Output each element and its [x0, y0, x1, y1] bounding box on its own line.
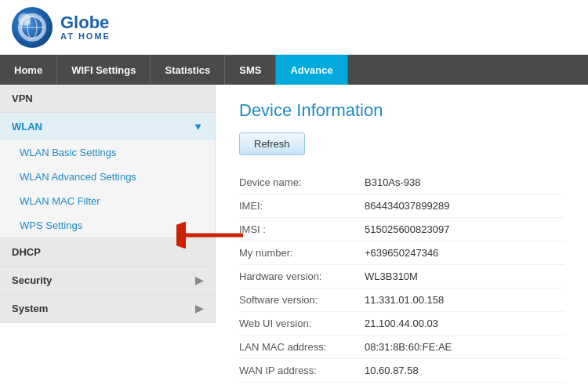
label-lan-mac: LAN MAC address: — [239, 341, 365, 353]
label-device-name: Device name: — [239, 176, 365, 188]
svg-point-0 — [21, 16, 43, 38]
label-webui-version: Web UI version: — [239, 318, 365, 329]
table-row: Device name: B310As-938 — [239, 171, 564, 194]
sidebar-label-security: Security — [12, 274, 52, 286]
table-row: IMSI : 515025600823097 — [239, 218, 564, 241]
value-webui-version: 21.100.44.00.03 — [365, 318, 438, 329]
refresh-button[interactable]: Refresh — [239, 132, 305, 155]
sidebar-label-dhcp: DHCP — [12, 246, 41, 258]
sidebar-header-security[interactable]: Security ▶ — [0, 267, 215, 294]
value-my-number: +639650247346 — [365, 247, 438, 259]
table-row: Web UI version: 21.100.44.00.03 — [239, 312, 564, 336]
table-row: My number: +639650247346 — [239, 241, 564, 265]
sidebar-label-system: System — [12, 303, 48, 314]
page-title: Device Information — [239, 100, 564, 121]
sidebar-item-wlan-basic[interactable]: WLAN Basic Settings — [0, 140, 215, 165]
label-my-number: My number: — [239, 247, 365, 259]
sidebar-header-wlan[interactable]: WLAN ▼ — [0, 113, 215, 140]
sidebar: VPN WLAN ▼ WLAN Basic Settings WLAN Adva… — [0, 85, 216, 323]
svg-point-3 — [24, 20, 31, 26]
logo-text: Globe AT HOME — [60, 14, 111, 41]
table-row: LAN MAC address: 08:31:8B:60:FE:AE — [239, 336, 564, 359]
security-chevron-icon: ▶ — [195, 274, 203, 286]
main-nav: Home WIFI Settings Statistics SMS Advanc… — [0, 55, 588, 85]
nav-sms[interactable]: SMS — [225, 55, 276, 85]
main-content: Device Information Refresh Device name: … — [216, 85, 588, 392]
logo-globe-text: Globe — [60, 14, 111, 31]
table-row: IMEI: 864434037899289 — [239, 194, 564, 218]
value-imsi: 515025600823097 — [365, 223, 449, 235]
label-wan-ip: WAN IP address: — [239, 365, 365, 376]
value-device-name: B310As-938 — [365, 176, 421, 188]
sidebar-header-vpn[interactable]: VPN — [0, 85, 215, 112]
value-lan-mac: 08:31:8B:60:FE:AE — [365, 341, 452, 353]
wlan-chevron-icon: ▼ — [193, 121, 203, 132]
sidebar-section-vpn: VPN — [0, 85, 215, 113]
header: Globe AT HOME — [0, 0, 588, 55]
sidebar-section-wlan: WLAN ▼ WLAN Basic Settings WLAN Advanced… — [0, 113, 215, 238]
svg-point-1 — [27, 16, 37, 38]
label-imsi: IMSI : — [239, 223, 365, 235]
value-wan-ip: 10.60.87.58 — [365, 365, 419, 376]
sidebar-item-wlan-advanced[interactable]: WLAN Advanced Settings — [0, 165, 215, 189]
value-hardware-version: WL3B310M — [365, 270, 418, 282]
logo-athome-text: AT HOME — [60, 31, 111, 41]
table-row: WAN IP address: 10.60.87.58 — [239, 359, 564, 383]
table-row: Software version: 11.331.01.00.158 — [239, 289, 564, 312]
system-chevron-icon: ▶ — [195, 303, 203, 314]
logo-circle — [12, 7, 53, 48]
nav-statistics[interactable]: Statistics — [151, 55, 225, 85]
nav-home[interactable]: Home — [0, 55, 57, 85]
sidebar-section-system: System ▶ — [0, 295, 215, 323]
value-imei: 864434037899289 — [365, 200, 449, 212]
table-row: Hardware version: WL3B310M — [239, 265, 564, 289]
value-software-version: 11.331.01.00.158 — [365, 294, 444, 306]
arrow-indicator — [176, 222, 247, 251]
label-software-version: Software version: — [239, 294, 365, 306]
nav-wifi-settings[interactable]: WIFI Settings — [57, 55, 151, 85]
device-info-table: Device name: B310As-938 IMEI: 8644340378… — [239, 171, 564, 383]
sidebar-header-system[interactable]: System ▶ — [0, 295, 215, 322]
sidebar-label-vpn: VPN — [12, 93, 33, 104]
sidebar-label-wlan: WLAN — [12, 121, 42, 132]
label-hardware-version: Hardware version: — [239, 270, 365, 282]
label-imei: IMEI: — [239, 200, 365, 212]
sidebar-item-wlan-mac[interactable]: WLAN MAC Filter — [0, 189, 215, 213]
nav-advance[interactable]: Advance — [276, 55, 347, 85]
sidebar-section-security: Security ▶ — [0, 267, 215, 295]
